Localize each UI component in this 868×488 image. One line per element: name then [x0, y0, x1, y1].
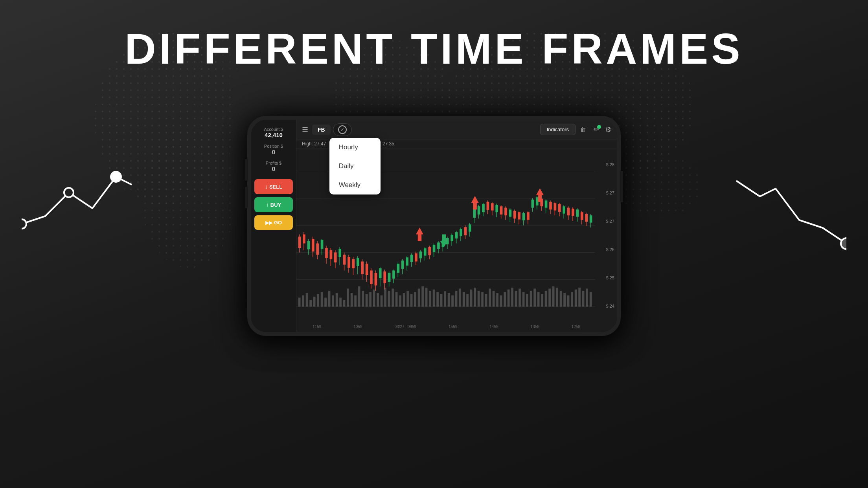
svg-rect-100 — [303, 235, 305, 244]
svg-rect-224 — [572, 209, 574, 216]
svg-rect-20 — [306, 293, 308, 307]
svg-rect-172 — [460, 229, 462, 236]
svg-rect-145 — [401, 261, 404, 269]
svg-rect-197 — [513, 211, 516, 219]
svg-rect-104 — [312, 239, 314, 251]
svg-rect-66 — [478, 291, 480, 306]
go-label: GO — [274, 220, 282, 226]
svg-rect-27 — [332, 295, 334, 307]
svg-rect-215 — [554, 203, 557, 210]
svg-rect-162 — [437, 242, 440, 249]
timeframe-hourly[interactable]: Hourly — [329, 138, 381, 157]
chevron-down-icon: ✓ — [338, 125, 347, 134]
svg-rect-54 — [433, 290, 435, 307]
svg-rect-68 — [485, 294, 487, 306]
timeframe-weekly[interactable]: Weekly — [329, 176, 381, 194]
svg-point-11 — [841, 238, 846, 249]
price-27a: $ 27 — [606, 191, 614, 195]
svg-rect-158 — [428, 247, 431, 255]
svg-rect-30 — [343, 300, 346, 306]
svg-rect-90 — [567, 295, 570, 307]
svg-rect-50 — [418, 289, 420, 307]
svg-rect-195 — [509, 209, 512, 216]
svg-rect-180 — [478, 206, 480, 215]
svg-rect-94 — [582, 291, 585, 306]
menu-icon-btn[interactable]: ☰ — [300, 125, 310, 134]
svg-rect-25 — [324, 298, 327, 307]
svg-rect-29 — [339, 298, 342, 307]
svg-rect-36 — [366, 294, 368, 306]
svg-rect-70 — [493, 291, 495, 306]
svg-rect-78 — [522, 292, 525, 307]
svg-rect-193 — [504, 208, 507, 216]
svg-rect-88 — [560, 291, 562, 306]
time-1559: 1559 — [449, 325, 457, 329]
svg-rect-77 — [519, 289, 521, 307]
main-panel: ☰ FB ✓ Hourly Daily Weekly — [296, 120, 617, 332]
svg-rect-95 — [586, 289, 588, 307]
svg-rect-120 — [348, 257, 350, 268]
svg-rect-38 — [373, 290, 375, 307]
svg-rect-201 — [522, 213, 525, 220]
svg-rect-37 — [369, 292, 371, 307]
svg-rect-168 — [451, 235, 453, 241]
svg-rect-72 — [500, 295, 502, 307]
price-28: $ 28 — [606, 162, 614, 167]
svg-rect-76 — [515, 291, 517, 306]
svg-rect-92 — [575, 290, 577, 307]
svg-rect-191 — [500, 206, 503, 215]
svg-rect-44 — [395, 292, 398, 307]
svg-rect-232 — [590, 215, 592, 222]
svg-rect-53 — [429, 291, 431, 306]
buy-button[interactable]: ↑ BUY — [254, 197, 293, 212]
svg-rect-71 — [496, 293, 498, 307]
delete-button[interactable]: 🗑 — [578, 125, 589, 135]
svg-rect-130 — [370, 271, 373, 284]
phone-side-btn-right — [620, 171, 623, 202]
timeframe-daily[interactable]: Daily — [329, 157, 381, 176]
symbol-button[interactable]: FB — [312, 125, 331, 135]
time-1359: 1359 — [531, 325, 539, 329]
svg-rect-49 — [414, 292, 416, 307]
svg-rect-182 — [482, 204, 485, 212]
deco-chart-right — [736, 149, 846, 251]
settings-button[interactable]: ⚙ — [603, 124, 613, 136]
svg-rect-151 — [415, 253, 417, 262]
svg-rect-64 — [470, 290, 473, 307]
svg-rect-205 — [531, 200, 534, 208]
svg-rect-93 — [578, 288, 581, 306]
price-26: $ 26 — [606, 247, 614, 252]
svg-point-6 — [617, 154, 704, 217]
indicators-button[interactable]: Indicators — [540, 124, 576, 135]
edit-pencil-container: ✏ — [591, 124, 601, 135]
svg-rect-186 — [491, 203, 494, 210]
svg-rect-110 — [325, 248, 328, 258]
toolbar: ☰ FB ✓ Hourly Daily Weekly — [296, 120, 617, 139]
sell-button[interactable]: ↓ SELL — [254, 179, 293, 194]
svg-rect-139 — [388, 273, 391, 282]
svg-rect-57 — [444, 291, 446, 306]
phone-screen: Account $ 42,410 Position $ 0 Profits $ … — [251, 120, 617, 332]
timeframe-dropdown[interactable]: ✓ Hourly Daily Weekly — [333, 123, 352, 136]
buy-label: BUY — [270, 202, 281, 208]
svg-rect-33 — [354, 295, 357, 307]
svg-rect-118 — [343, 255, 346, 264]
green-indicator-dot — [597, 125, 601, 129]
svg-rect-81 — [533, 289, 536, 307]
phone-side-btn-2 — [245, 187, 248, 208]
svg-rect-114 — [334, 253, 337, 262]
svg-marker-137 — [416, 227, 423, 241]
svg-rect-19 — [302, 295, 304, 307]
svg-rect-28 — [336, 293, 338, 307]
svg-rect-47 — [406, 291, 409, 306]
svg-rect-116 — [338, 249, 341, 257]
svg-rect-80 — [530, 291, 532, 306]
svg-rect-166 — [446, 238, 449, 244]
timeframe-menu: Hourly Daily Weekly — [329, 138, 381, 194]
time-1059: 1059 — [353, 325, 362, 329]
account-section: Account $ 42,410 — [254, 127, 293, 138]
svg-rect-126 — [361, 262, 364, 274]
svg-rect-23 — [317, 294, 319, 306]
go-button[interactable]: ▶▶ GO — [254, 215, 293, 230]
svg-rect-24 — [321, 292, 323, 307]
